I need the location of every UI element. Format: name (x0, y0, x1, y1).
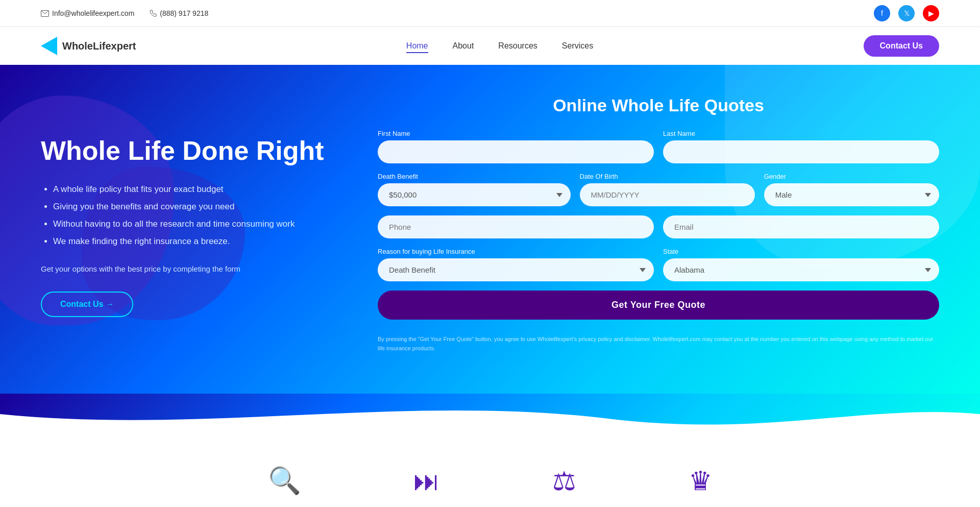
quote-form-panel: Online Whole Life Quotes First Name Last… (378, 95, 939, 353)
phone-text: (888) 917 9218 (160, 9, 208, 17)
nav-links: Home About Resources Services (406, 41, 593, 51)
skip-feature: ⏭ (413, 466, 440, 496)
gender-label: Gender (764, 173, 939, 180)
state-label: State (663, 248, 939, 255)
nav-link-about[interactable]: About (453, 41, 474, 50)
death-benefit-label: Death Benefit (378, 173, 571, 180)
state-group: State Alabama Alaska Arizona California … (663, 248, 939, 281)
submit-button[interactable]: Get Your Free Quote (378, 291, 939, 320)
facebook-icon[interactable]: f (874, 5, 890, 21)
hero-cta-button[interactable]: Contact Us → (41, 292, 133, 317)
nav-item-about[interactable]: About (453, 41, 474, 51)
twitter-icon[interactable]: 𝕏 (898, 5, 915, 21)
hero-section: Whole Life Done Right A whole life polic… (0, 65, 980, 394)
hero-bullet-1: A whole life policy that fits your exact… (53, 181, 337, 198)
navbar-contact-button[interactable]: Contact Us (864, 35, 939, 57)
hero-bullet-2: Giving you the benefits and coverage you… (53, 198, 337, 215)
nav-item-resources[interactable]: Resources (498, 41, 537, 51)
hero-heading: Whole Life Done Right (41, 136, 337, 165)
nav-item-home[interactable]: Home (406, 41, 428, 51)
hero-content: Whole Life Done Right A whole life polic… (41, 136, 337, 317)
bottom-icons-section: 🔍 ⏭ ⚖ ♛ (0, 434, 980, 507)
dob-group: Date Of Birth (580, 173, 755, 206)
form-grid: First Name Last Name Death Benefit $50,0… (378, 130, 939, 353)
youtube-icon[interactable]: ▶ (923, 5, 939, 21)
form-row-reason-state: Reason for buying Life Insurance Death B… (378, 248, 939, 281)
email-icon (41, 10, 49, 17)
last-name-group: Last Name (663, 130, 939, 163)
phone-group (378, 215, 654, 238)
email-text: Info@wholelifeexpert.com (52, 9, 134, 17)
crown-feature: ♛ (689, 466, 713, 496)
reason-select[interactable]: Death Benefit Savings Investment Other (378, 258, 654, 281)
social-links: f 𝕏 ▶ (874, 5, 939, 21)
gender-select[interactable]: Male Female (764, 183, 939, 206)
form-disclaimer: By pressing the "Get Your Free Quote" bu… (378, 335, 939, 353)
form-title: Online Whole Life Quotes (378, 95, 939, 115)
gender-group: Gender Male Female (764, 173, 939, 206)
logo[interactable]: WholeLifexpert (41, 37, 136, 55)
form-row-benefit-dob-gender: Death Benefit $50,000 $100,000 $250,000 … (378, 173, 939, 206)
hero-bullets: A whole life policy that fits your exact… (41, 181, 337, 250)
nav-link-home[interactable]: Home (406, 41, 428, 53)
nav-link-services[interactable]: Services (562, 41, 593, 50)
email-input[interactable] (663, 215, 939, 238)
nav-item-services[interactable]: Services (562, 41, 593, 51)
crown-icon: ♛ (689, 466, 713, 496)
first-name-input[interactable] (378, 140, 654, 163)
search-feature: 🔍 (268, 465, 301, 496)
wave-divider (0, 394, 980, 434)
email-group (663, 215, 939, 238)
top-bar: Info@wholelifeexpert.com (888) 917 9218 … (0, 0, 980, 27)
contact-info: Info@wholelifeexpert.com (888) 917 9218 (41, 9, 208, 17)
search-icon: 🔍 (268, 465, 301, 496)
form-row-submit: Get Your Free Quote (378, 291, 939, 320)
phone-info: (888) 917 9218 (150, 9, 208, 17)
first-name-label: First Name (378, 130, 654, 137)
phone-input[interactable] (378, 215, 654, 238)
form-row-names: First Name Last Name (378, 130, 939, 163)
skip-forward-icon: ⏭ (413, 466, 440, 496)
logo-triangle (41, 37, 57, 55)
state-select[interactable]: Alabama Alaska Arizona California Florid… (663, 258, 939, 281)
phone-icon (150, 10, 157, 17)
form-row-contact (378, 215, 939, 238)
death-benefit-group: Death Benefit $50,000 $100,000 $250,000 … (378, 173, 571, 206)
email-info: Info@wholelifeexpert.com (41, 9, 134, 17)
wave-svg (0, 394, 980, 434)
reason-group: Reason for buying Life Insurance Death B… (378, 248, 654, 281)
death-benefit-select[interactable]: $50,000 $100,000 $250,000 $500,000 (378, 183, 571, 206)
logo-text: WholeLifexpert (62, 40, 136, 52)
balance-feature: ⚖ (552, 466, 576, 496)
last-name-input[interactable] (663, 140, 939, 163)
dob-label: Date Of Birth (580, 173, 755, 180)
last-name-label: Last Name (663, 130, 939, 137)
nav-link-resources[interactable]: Resources (498, 41, 537, 50)
reason-label: Reason for buying Life Insurance (378, 248, 654, 255)
balance-scale-icon: ⚖ (552, 466, 576, 496)
hero-bullet-3: Without having to do all the research an… (53, 215, 337, 233)
hero-subtext: Get your options with the best price by … (41, 264, 337, 273)
dob-input[interactable] (580, 183, 755, 206)
first-name-group: First Name (378, 130, 654, 163)
hero-bullet-4: We make finding the right insurance a br… (53, 233, 337, 250)
navbar: WholeLifexpert Home About Resources Serv… (0, 27, 980, 65)
